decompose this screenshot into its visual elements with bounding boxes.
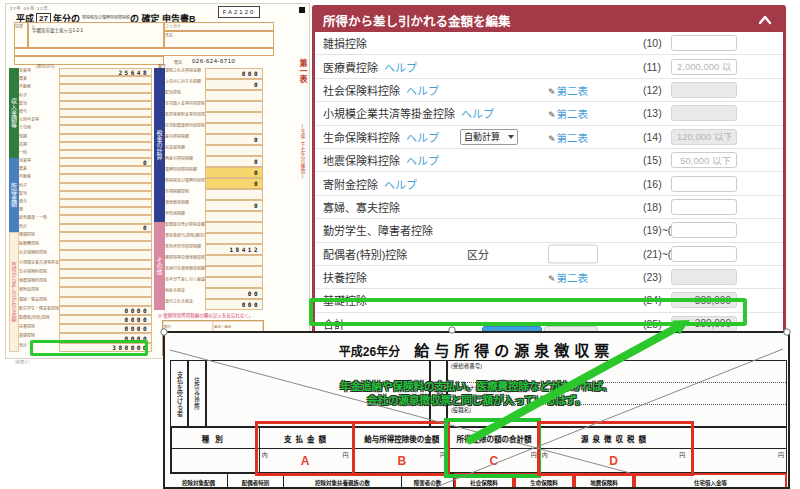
form-row-label: 公的年金等 — [19, 117, 59, 125]
help-link[interactable]: ヘルプ — [406, 85, 439, 97]
pencil-icon: ✎ — [548, 86, 556, 96]
caret-icon — [508, 135, 514, 139]
form-row-label: 営業等 — [19, 68, 59, 76]
form-row-cell — [59, 76, 152, 84]
sheet2-link[interactable]: ✎第二表 — [548, 270, 588, 285]
form-row-label: 長期 — [19, 142, 59, 150]
form-row-label: 配偶者の合計所得金額 — [165, 222, 205, 233]
form-row-cell: 0 — [59, 158, 152, 166]
panel-header[interactable]: 所得から差し引かれる金額を編集 — [315, 8, 783, 32]
form-row-label: 短期 — [19, 134, 59, 142]
amount-input[interactable] — [671, 105, 737, 121]
form-row-cell — [59, 207, 152, 215]
form-row-label: 納める税金 — [165, 288, 205, 299]
form-row: 地震保険料控除 — [19, 278, 152, 287]
deduction-row-label: 医療費控除ヘルプ — [323, 59, 417, 75]
form-row: 雑損控除 — [19, 232, 152, 241]
form-row: 配当控除 — [165, 90, 263, 101]
deduction-row: 配偶者(特別)控除 区分 ✎ (21)~(22) — [315, 243, 783, 266]
amount-input[interactable] — [671, 246, 737, 262]
form-row-label: 社会保険料控除 — [19, 250, 59, 259]
form-row-label: 還付される税金 — [165, 299, 205, 310]
auto-calc-select[interactable]: 自動計算 — [460, 129, 518, 145]
form-row-cell — [205, 266, 263, 277]
amount-input[interactable] — [671, 129, 737, 145]
form-row-cell — [59, 241, 152, 250]
form-row: 寄附金控除 — [19, 287, 152, 296]
form-row-value: 0 — [254, 81, 262, 88]
amount-input[interactable] — [671, 176, 737, 192]
form-row-value: 00 — [248, 290, 262, 297]
help-link[interactable]: ヘルプ — [406, 132, 439, 144]
amount-input[interactable] — [671, 82, 737, 98]
help-link[interactable]: ヘルプ — [406, 155, 439, 167]
form-row-label: 雑 — [19, 207, 59, 215]
slip-bottom-header-row: 控除対象配偶配偶者特別控除対象扶養親族の数障害者の数社会保険料生命保険料地震保険… — [170, 473, 787, 489]
form-code-box: FA2120 — [218, 6, 260, 18]
form-row-label: 災害減免額 — [165, 145, 205, 156]
amount-input[interactable] — [671, 292, 737, 308]
deduction-row: 扶養控除 ✎第二表 (23) — [315, 266, 783, 289]
form-row: 災害減免額 — [165, 145, 263, 156]
deduction-row: 寡婦、寡夫控除 ✎ (18) — [315, 196, 783, 219]
form-row-label: 未納付の源泉徴収税額 — [165, 266, 205, 277]
form-row: 農業 — [19, 166, 152, 174]
form-row-cell — [205, 90, 263, 101]
reconstruction-tax-note: ◎ 復興特別所得税額の欄の記入をお忘れなく。 — [158, 312, 253, 318]
green-annotation: 年金追納や保険料の支払い、医療費控除などがなければ、 会社の源泉徴収票と同じ額が… — [165, 379, 788, 407]
yen-mark: 円 — [531, 450, 537, 459]
form-row-label: 利子 — [19, 183, 59, 191]
form-row-cell — [205, 277, 263, 288]
form-row-label: 所得税及び復興特別所得税の額 — [165, 178, 205, 189]
help-link[interactable]: ヘルプ — [384, 62, 417, 74]
form-row-label: 源泉徴収税額 — [165, 200, 205, 211]
form-row-cell — [59, 215, 152, 223]
kubun-input[interactable] — [548, 244, 598, 263]
form-row: 配偶者の合計所得金額 — [165, 222, 263, 233]
form-row-value: 0 — [254, 158, 262, 165]
form-row-label: 再差引所得税額 — [165, 156, 205, 167]
amount-input[interactable] — [671, 152, 737, 168]
chevron-up-icon[interactable] — [755, 12, 775, 28]
amount-input[interactable] — [671, 59, 737, 75]
form-row: 医療費控除 — [19, 241, 152, 250]
withholding-slip-image[interactable]: 平成26年分給与所得の源泉徴収票 支払を受ける者 住所又は居所 氏名 (受給者番… — [163, 331, 790, 489]
form-row-cell: 000 — [205, 299, 263, 310]
form-row-cell — [205, 211, 263, 222]
form-row-cell: 0 — [205, 200, 263, 211]
slip-column-header: 源泉徴収税額 — [539, 428, 692, 448]
deduction-row: 基礎控除 ✎ (24) — [315, 289, 783, 312]
form-row-cell: 0 — [205, 79, 263, 90]
form-row-cell: 0 — [205, 134, 263, 145]
form-row: 配当 — [19, 191, 152, 199]
sheet2-link[interactable]: ✎第二表 — [548, 129, 588, 144]
sheet2-link[interactable]: ✎第二表 — [548, 82, 588, 97]
form-row: 専従者給与(控除)額の合計額 — [165, 233, 263, 244]
deduction-row-label: 合計 — [323, 316, 345, 332]
form-row: 所得税及び復興特別所得税の額 0 — [165, 178, 263, 189]
form-row-label: 一時 — [19, 150, 59, 158]
yen-mark: 円 — [679, 450, 689, 459]
panel-title: 所得から差し引かれる金額を編集 — [323, 11, 511, 30]
form-row-cell — [205, 233, 263, 244]
form-row-cell — [59, 183, 152, 191]
deduction-row: 寄附金控除ヘルプ ✎ (16) — [315, 172, 783, 195]
amount-input[interactable] — [671, 316, 737, 332]
column-letter: C — [490, 454, 499, 468]
form-row: 生命保険料控除 — [19, 269, 152, 278]
form-row-label: その他 — [19, 125, 59, 133]
amount-input[interactable] — [671, 222, 737, 238]
amount-input[interactable] — [671, 269, 737, 285]
form-row-cell — [59, 93, 152, 101]
form-row-label: 本年分で差し引く繰越損失額 — [165, 277, 205, 288]
amount-input[interactable] — [671, 199, 737, 215]
form-row-cell — [205, 189, 263, 200]
form-row-label: 住宅耐震改修特別控除等 — [165, 123, 205, 134]
help-link[interactable]: ヘルプ — [384, 179, 417, 191]
kubun-label: 区分 — [467, 246, 489, 262]
help-link[interactable]: ヘルプ — [461, 108, 494, 120]
sheet2-link[interactable]: ✎第二表 — [548, 106, 588, 121]
deduction-row-label: 勤労学生、障害者控除 — [323, 222, 433, 238]
amount-input[interactable] — [671, 35, 737, 51]
uchi-mark: 内 — [262, 450, 272, 459]
